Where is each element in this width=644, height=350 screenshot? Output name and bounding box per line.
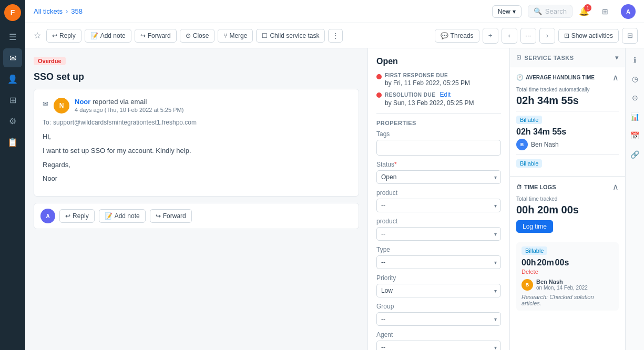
type-select[interactable]: -- [376,255,501,269]
clock-icon: 🕐 [516,74,524,81]
nav-next-button[interactable]: › [539,28,555,44]
log-billable-badge: Billable [522,246,547,255]
group-select-wrapper: -- [376,312,501,326]
layout-toggle-button[interactable]: ⊟ [622,28,638,44]
threads-button[interactable]: 💬 Threads [435,29,479,43]
type-label: Type [376,246,501,253]
avg-handling-header: 🕐 AVERAGE HANDLING TIME ∧ [516,73,619,83]
merge-button[interactable]: ⑂ Merge [218,29,253,43]
status-select[interactable]: Open Pending Resolved Closed [376,170,501,184]
nav-icon-contacts[interactable]: 👤 [3,69,22,88]
avg-agent-row: B Ben Nash [516,139,619,150]
resolution-edit-link[interactable]: Edit [439,91,451,98]
priority-select-wrapper: Low Medium High Urgent [376,284,501,297]
resolution-due-row: RESOLUTION DUE Edit by Sun, 13 Feb 2022,… [376,91,501,107]
reply-button[interactable]: ↩ Reply [46,29,81,43]
product2-select-wrapper: -- [376,227,501,241]
avg-billable-badge: Billable [516,116,542,124]
action-bar: ☆ ↩ Reply 📝 Add note ↪ Forward ⊙ Close ⑂… [25,23,644,48]
product1-label: product [376,189,501,197]
search-icon: 🔍 [534,7,542,15]
email-thread: Overdue SSO set up ✉ N Noor reported via… [25,48,367,350]
reply-bar-reply-button[interactable]: ↩ Reply [59,209,95,223]
log-agent-avatar: B [522,279,533,291]
top-bar-right: New ▾ 🔍 Search 🔔 1 ⊞ A [492,2,636,21]
nav-icon-apps[interactable]: 📋 [3,132,22,151]
avg-handling-collapse-icon[interactable]: ∧ [612,73,619,83]
nav-icon-home[interactable]: ☰ [3,27,22,46]
product2-field: product -- [376,218,501,241]
tags-input[interactable] [376,140,501,156]
reply-bar-reply-icon: ↩ [65,212,70,220]
log-note: Research: Checked solution articles. [522,294,614,306]
agent-select[interactable]: -- [376,341,501,350]
nav-dots-button[interactable]: ··· [520,28,536,44]
action-bar-right: 💬 Threads + ‹ ··· › ⊡ Show activities ⊟ [435,28,638,44]
user-avatar[interactable]: A [621,4,636,19]
avg-handling-title: 🕐 AVERAGE HANDLING TIME [516,74,595,81]
email-card: ✉ N Noor reported via email 4 days ago (… [34,89,359,197]
priority-select[interactable]: Low Medium High Urgent [376,284,501,297]
reply-bar-forward-icon: ↪ [156,212,161,220]
email-body: Hi, I want to set up SSO for my account.… [43,131,350,184]
resolution-date: by Sun, 13 Feb 2022, 05:25 PM [385,99,474,107]
far-right-clock-icon[interactable]: ⊙ [628,90,642,105]
apps-icon[interactable]: ⊞ [596,2,615,21]
agent-select-wrapper: -- [376,341,501,350]
forward-icon: ↪ [140,32,146,39]
new-button[interactable]: New ▾ [492,5,522,18]
time-logs-collapse-icon[interactable]: ∧ [612,182,619,192]
nav-icon-tickets[interactable]: ✉ [3,48,22,67]
forward-button[interactable]: ↪ Forward [135,29,177,43]
reply-bar-forward-button[interactable]: ↪ Forward [150,209,192,223]
service-panel-collapse-icon[interactable]: ▾ [615,54,619,61]
star-button[interactable]: ☆ [32,28,43,43]
group-select[interactable]: -- [376,312,501,326]
notification-icon[interactable]: 🔔 1 [579,6,589,16]
time-logs-section: ⏱ TIME LOGS ∧ Total time tracked 00h 20m… [510,177,625,316]
close-button[interactable]: ⊙ Close [180,29,215,43]
search-box[interactable]: 🔍 Search [528,5,573,18]
far-right-link-icon[interactable]: 🔗 [628,147,642,162]
status-select-wrapper: Open Pending Resolved Closed [376,170,501,184]
log-time-button[interactable]: Log time [516,220,553,233]
time-logs-icon: ⏱ [516,184,522,190]
chevron-down-icon: ▾ [513,8,516,15]
total-time-label: Total time tracked automatically [516,87,619,92]
email-header: ✉ N Noor reported via email 4 days ago (… [43,98,350,114]
far-right-calendar-icon[interactable]: 📅 [628,128,642,143]
threads-add-button[interactable]: + [483,28,498,44]
log-delete-link[interactable]: Delete [522,269,538,275]
avg-billable-time: 02h 34m 55s [516,127,619,137]
status-field: Status* Open Pending Resolved Closed [376,161,501,184]
nav-prev-button[interactable]: ‹ [502,28,517,44]
show-activities-button[interactable]: ⊡ Show activities [558,29,619,43]
ellipsis-icon: ⋮ [332,32,339,39]
log-hours: 00h [522,258,536,267]
top-bar: All tickets › 358 New ▾ 🔍 Search 🔔 1 ⊞ [25,0,644,23]
far-right-chart-icon[interactable]: 📊 [628,109,642,124]
far-right-info-icon[interactable]: ℹ [628,53,642,67]
tracked-time-display: 00h 20m 00s [516,204,619,216]
nav-icon-reports[interactable]: ⊞ [3,90,22,109]
breadcrumb-link[interactable]: All tickets [34,7,63,15]
reply-bar-add-note-button[interactable]: 📝 Add note [99,209,146,223]
close-icon: ⊙ [186,32,191,39]
priority-label: Priority [376,274,501,282]
far-right-activity-icon[interactable]: ◷ [628,71,642,86]
app-logo[interactable]: F [4,4,21,21]
notif-badge: 1 [584,4,591,12]
product2-label: product [376,218,501,225]
properties-panel: Open FIRST RESPONSE DUE by Fri, 11 Feb 2… [367,48,509,350]
more-actions-button[interactable]: ⋮ [328,29,343,43]
reply-icon: ↩ [52,32,57,39]
reply-avatar: A [40,209,55,223]
add-note-button[interactable]: 📝 Add note [85,29,131,43]
child-service-task-button[interactable]: ☐ Child service task [256,29,325,43]
product1-select[interactable]: -- [376,199,501,212]
product2-select[interactable]: -- [376,227,501,241]
service-panel-header: ⊡ SERVICE TASKS ▾ [510,48,625,67]
nav-icon-settings[interactable]: ⚙ [3,111,22,130]
activities-icon: ⊡ [564,32,569,39]
sender-name: Noor [75,98,90,106]
